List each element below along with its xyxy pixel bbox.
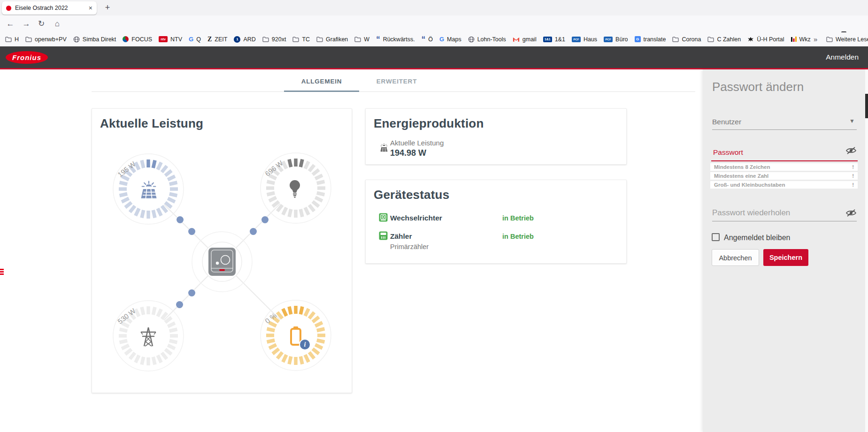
- left-edge-red-marker: [0, 269, 4, 270]
- meter-status-icon: [379, 231, 388, 242]
- bookmark-item[interactable]: PCFBüro: [600, 34, 631, 45]
- folder-icon: [826, 37, 833, 42]
- checkbox-label: Angemeldet bleiben: [724, 234, 790, 242]
- bookmark-item[interactable]: Lohn-Tools: [465, 34, 509, 45]
- folder-icon: [672, 37, 679, 42]
- bookmark-label: ZEIT: [215, 36, 227, 43]
- pcf-icon: PCF: [604, 37, 613, 42]
- bookmark-item[interactable]: 920xt: [259, 34, 290, 45]
- rule-warning-mark: !: [852, 182, 854, 188]
- password-field[interactable]: Passwort: [713, 148, 743, 157]
- bookmarks-overflow-chevron[interactable]: »: [814, 32, 817, 46]
- browser-tab[interactable]: Eisele Ostrach 2022 ×: [2, 1, 97, 15]
- bookmark-label: Rückwärtss.: [383, 36, 415, 43]
- energy-flow-dot: [176, 301, 183, 308]
- bookmark-item[interactable]: gmail: [509, 34, 540, 45]
- bookmark-item[interactable]: ntvNTV: [155, 34, 185, 45]
- forward-icon[interactable]: →: [20, 15, 33, 32]
- bookmark-label: C Zahlen: [717, 36, 741, 43]
- bookmark-item[interactable]: W: [351, 34, 373, 45]
- save-button[interactable]: Speichern: [763, 249, 808, 266]
- bookmark-label: Corona: [682, 36, 701, 43]
- bookmark-label: 920xt: [272, 36, 286, 43]
- tab-favicon: [6, 6, 11, 11]
- chevron-down-icon[interactable]: ▼: [849, 118, 855, 124]
- folder-icon: [292, 37, 299, 42]
- fronius-logo[interactable]: Fronius: [6, 51, 48, 64]
- bookmark-item[interactable]: GQ: [185, 34, 204, 45]
- folder-icon: [354, 37, 361, 42]
- bookmark-label: TC: [302, 36, 310, 43]
- bookmark-item[interactable]: Corona: [669, 34, 704, 45]
- gmail-icon: [513, 37, 520, 42]
- tab-allgemein[interactable]: ALLGEMEIN: [284, 69, 359, 92]
- battery-info-icon[interactable]: i: [299, 339, 311, 350]
- energy-flow-dot: [188, 228, 195, 235]
- google-icon: G: [439, 36, 444, 42]
- bookmark-item[interactable]: ZZEIT: [204, 34, 230, 45]
- panel-title: Passwort ändern: [712, 80, 804, 94]
- bookmark-item[interactable]: C Zahlen: [704, 34, 744, 45]
- folder-icon: [316, 37, 323, 42]
- login-button[interactable]: Anmelden: [826, 53, 859, 61]
- bookmark-label: openwb+PV: [35, 36, 67, 43]
- bookmark-item[interactable]: FOCUS: [119, 34, 155, 45]
- bookmark-item[interactable]: openwb+PV: [22, 34, 70, 45]
- bookmark-item[interactable]: Grafiken: [313, 34, 351, 45]
- folder-icon: [5, 37, 12, 42]
- bookmark-item[interactable]: PCFHaus: [568, 34, 600, 45]
- bookmark-label: Ö: [428, 36, 433, 43]
- password-rules: Mindestens 8 Zeichen!Mindestens eine Zah…: [710, 163, 858, 190]
- stay-logged-in-checkbox[interactable]: [712, 233, 720, 241]
- rule-warning-mark: !: [852, 173, 854, 179]
- password-rule-row: Mindestens 8 Zeichen!: [710, 163, 858, 171]
- change-password-panel: Passwort ändern Benutzer ▼ Passwort Mind…: [703, 69, 865, 432]
- bookmark-item[interactable]: 1&11&1: [540, 34, 568, 45]
- bookmark-label: Wkz: [799, 36, 811, 43]
- tab-erweitert[interactable]: ERWEITERT: [359, 69, 434, 92]
- bookmark-item[interactable]: H: [2, 34, 22, 45]
- grid-icon: [138, 326, 159, 349]
- inverter-status-icon: [379, 213, 388, 224]
- bookmark-item[interactable]: 1ARD: [230, 34, 259, 45]
- flag-de-icon: [791, 36, 797, 42]
- bookmark-label: ARD: [243, 36, 255, 43]
- globe-icon: [468, 36, 475, 43]
- home-icon[interactable]: ⌂: [51, 15, 64, 32]
- page-scrollbar[interactable]: [865, 69, 868, 432]
- status-card-title: Gerätestatus: [374, 188, 449, 202]
- globe-icon: [73, 36, 80, 43]
- scrollbar-thumb[interactable]: [865, 94, 868, 118]
- bookmark-item[interactable]: TC: [289, 34, 313, 45]
- tab-title: Eisele Ostrach 2022: [15, 5, 86, 11]
- password-rule-row: Groß- und Kleinbuchstaben!: [710, 181, 858, 189]
- bookmark-label: Haus: [584, 36, 597, 43]
- energy-card-title: Energieproduktion: [374, 116, 484, 131]
- user-select[interactable]: Benutzer: [712, 118, 741, 126]
- repeat-visibility-icon[interactable]: [845, 209, 857, 217]
- bookmark-item[interactable]: Simba Direkt: [70, 34, 120, 45]
- tab-close-icon[interactable]: ×: [89, 4, 92, 12]
- new-tab-button[interactable]: +: [101, 2, 114, 14]
- solar-icon: [138, 179, 160, 201]
- bookmark-item[interactable]: Gtranslate: [631, 34, 669, 45]
- device-status: in Betrieb: [502, 233, 534, 240]
- cancel-button[interactable]: Abbrechen: [712, 249, 759, 266]
- password-visibility-icon[interactable]: [845, 146, 857, 155]
- back-icon[interactable]: ←: [4, 15, 17, 32]
- bookmark-item[interactable]: Wkz: [788, 34, 814, 45]
- repeat-password-field[interactable]: Passwort wiederholen: [712, 208, 790, 218]
- pcf-icon: PCF: [572, 37, 581, 42]
- bookmark-item[interactable]: Ü-H Portal: [744, 34, 787, 45]
- repeat-underline: [712, 221, 857, 221]
- bookmark-folder-more[interactable]: Weitere Lese: [825, 34, 868, 45]
- bookmark-item[interactable]: “Rückwärtss.: [373, 34, 418, 45]
- bookmark-item[interactable]: GMaps: [436, 34, 465, 45]
- rule-text: Groß- und Kleinbuchstaben: [714, 182, 785, 188]
- bookmark-label: Grafiken: [326, 36, 348, 43]
- quote-icon: “: [422, 37, 426, 42]
- reload-icon[interactable]: ↻: [35, 15, 48, 32]
- rule-text: Mindestens 8 Zeichen: [714, 164, 770, 170]
- bookmark-item[interactable]: “Ö: [418, 34, 436, 45]
- bookmark-label: Maps: [447, 36, 461, 43]
